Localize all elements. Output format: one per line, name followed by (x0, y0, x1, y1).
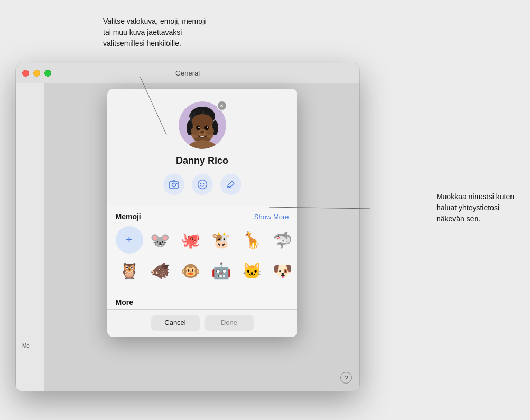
svg-point-23 (198, 180, 207, 189)
title-bar: General (16, 63, 359, 83)
emoji-cell-boar[interactable]: 🐗 (146, 257, 174, 284)
emoji-cell-cow[interactable]: 🐮 (208, 226, 235, 254)
emoji-icon (197, 179, 208, 190)
photo-icon (169, 180, 179, 189)
emoji-cell-monkey[interactable]: 🐵 (177, 257, 204, 284)
edit-icon (226, 180, 236, 189)
help-button[interactable]: ? (340, 372, 352, 384)
emoji-grid: + 🐭 🐙 🐮 🦒 🦈 🦉 🐗 🐵 🤖 � (116, 226, 289, 284)
emoji-cell-dog[interactable]: 🐶 (269, 257, 296, 284)
emoji-cell-shark[interactable]: 🦈 (269, 226, 296, 254)
emoji-cell-robot[interactable]: 🤖 (208, 257, 235, 284)
more-section: More (107, 293, 297, 309)
emoji-cell-giraffe[interactable]: 🦒 (238, 226, 266, 254)
window-title: General (175, 69, 200, 77)
me-label: Me (20, 343, 32, 349)
avatar-container: × (179, 101, 226, 149)
emoji-cell-mouse[interactable]: 🐭 (146, 226, 174, 254)
emoji-cell-owl[interactable]: 🦉 (116, 257, 143, 284)
more-label: More (116, 298, 133, 306)
photo-button[interactable] (163, 174, 184, 195)
svg-point-14 (196, 126, 200, 130)
maximize-button[interactable] (44, 70, 51, 77)
window-content: Me (16, 83, 359, 391)
memoji-label: Memoji (116, 212, 141, 221)
add-memoji-button[interactable]: + (116, 226, 143, 254)
svg-point-24 (200, 183, 201, 184)
minimize-button[interactable] (33, 70, 40, 77)
emoji-cell-octopus[interactable]: 🐙 (177, 226, 204, 254)
svg-point-25 (203, 183, 204, 184)
memoji-section-header: Memoji Show More (116, 212, 289, 221)
sidebar: Me (16, 83, 45, 391)
close-button[interactable] (22, 70, 29, 77)
edit-button[interactable] (220, 174, 241, 195)
dialog-footer: Cancel Done (107, 310, 297, 337)
svg-point-11 (192, 114, 213, 129)
svg-point-18 (200, 131, 204, 134)
svg-point-17 (207, 127, 208, 128)
main-panel: × Danny Rico (45, 83, 359, 391)
emoji-button[interactable] (192, 174, 213, 195)
dialog: × Danny Rico (107, 89, 297, 337)
svg-point-21 (172, 183, 175, 187)
done-button[interactable]: Done (206, 315, 253, 330)
svg-point-15 (204, 126, 209, 130)
user-name: Danny Rico (176, 155, 228, 166)
dialog-overlay: × Danny Rico (45, 83, 359, 391)
emoji-cell-cat[interactable]: 🐱 (238, 257, 266, 284)
show-more-link[interactable]: Show More (254, 213, 289, 221)
action-buttons-row (163, 174, 241, 195)
memoji-section: Memoji Show More + 🐭 🐙 🐮 (107, 206, 297, 293)
avatar-section: × Danny Rico (107, 89, 297, 206)
mac-window: General Me (16, 63, 359, 391)
avatar-remove-button[interactable]: × (217, 100, 227, 111)
traffic-lights (22, 70, 51, 77)
svg-point-16 (198, 127, 200, 128)
cancel-button[interactable]: Cancel (152, 315, 199, 330)
svg-rect-22 (176, 183, 178, 184)
